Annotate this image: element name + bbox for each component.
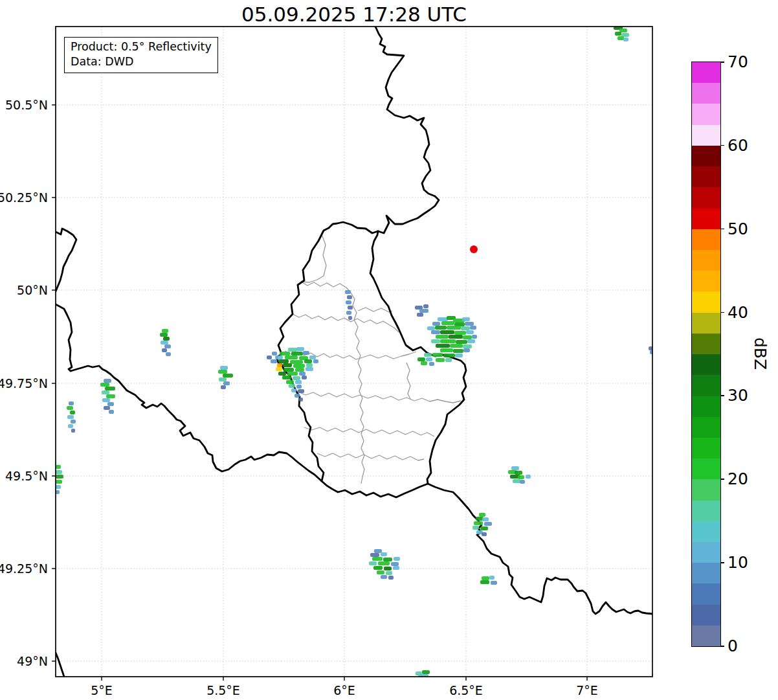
radar-echo-cell	[285, 356, 298, 359]
radar-echo-cell	[419, 309, 428, 313]
radar-echo-cell	[288, 348, 297, 352]
radar-echo-cell	[160, 333, 168, 337]
radar-echo-cell	[440, 339, 456, 343]
radar-echo-cell	[102, 398, 110, 402]
colorbar-segment	[692, 626, 720, 646]
radar-echo-cell	[421, 361, 427, 365]
colorbar-tick-mark	[720, 395, 724, 396]
radar-echo-cell	[615, 32, 621, 36]
radar-echo-cell	[71, 420, 76, 423]
colorbar-tick-mark	[720, 145, 724, 146]
radar-echo-cell	[431, 330, 440, 334]
radar-echo-cell	[56, 490, 60, 494]
radar-echo-cell	[218, 370, 227, 374]
colorbar-tick-label: 0	[728, 637, 738, 655]
data-source-line: Data: DWD	[71, 54, 212, 69]
radar-echo-cell	[441, 321, 454, 325]
radar-echo-cell	[293, 364, 305, 368]
radar-echo-cell	[296, 347, 304, 351]
radar-echo-cell	[447, 326, 461, 330]
radar-echo-cell	[438, 317, 448, 321]
admin-boundary	[298, 392, 461, 403]
radar-echo-cell	[619, 28, 627, 32]
colorbar-segment	[692, 479, 720, 500]
colorbar-segment	[692, 146, 720, 166]
radar-echo-cell	[306, 363, 313, 367]
radar-echo-cell	[56, 485, 61, 489]
radar-echo-cell	[299, 398, 303, 401]
colorbar-segment	[692, 438, 720, 458]
colorbar-segment	[692, 583, 720, 604]
radar-echo-cell	[455, 354, 463, 357]
map-layers	[56, 26, 653, 678]
radar-echo-cell	[71, 429, 75, 433]
colorbar-unit-label: dBZ	[751, 337, 770, 370]
admin-boundary	[301, 234, 326, 282]
radar-echo-cell	[283, 363, 292, 367]
radar-echo-cell	[463, 348, 470, 352]
radar-echo-cell	[381, 575, 387, 579]
radar-echo-cell	[302, 376, 307, 379]
radar-echo-cell	[276, 367, 282, 371]
radar-echo-cell	[220, 366, 228, 370]
colorbar-segment	[692, 521, 720, 542]
radar-echo-cell	[432, 322, 440, 326]
radar-echo-cell	[295, 394, 300, 398]
radar-echo-cell	[373, 566, 383, 570]
radar-echo-cell	[429, 362, 434, 366]
colorbar-segment	[692, 187, 720, 208]
radar-echo-cell	[277, 363, 282, 367]
radar-echo-cell	[480, 526, 488, 530]
radar-echo-cell	[381, 552, 387, 556]
radar-echo-cell	[163, 337, 170, 341]
radar-echo-cell	[436, 358, 445, 362]
radar-echo-cell	[166, 352, 171, 356]
colorbar-segment	[692, 62, 720, 83]
radar-echo-cell	[436, 335, 449, 339]
colorbar-segment	[692, 229, 720, 250]
radar-echo-cell	[68, 424, 73, 428]
radar-echo-cell	[348, 316, 352, 320]
radar-echo-cell	[391, 562, 399, 566]
radar-echo-cell	[278, 372, 286, 376]
colorbar-tick-label: 20	[728, 469, 748, 488]
radar-echo-cell	[56, 465, 61, 469]
radar-echo-cell	[290, 360, 303, 364]
radar-echo-cell	[347, 295, 352, 299]
radar-echo-cell	[56, 470, 62, 474]
radar-echo-cell	[436, 344, 450, 348]
radar-echo-cell	[223, 381, 230, 385]
radar-echo-cell	[289, 384, 295, 388]
radar-echo-cell	[275, 356, 283, 359]
radar-echo-cell	[291, 352, 303, 356]
radar-echo-cell	[223, 374, 233, 378]
radar-echo-cell	[70, 411, 75, 414]
radar-echo-cell	[384, 567, 392, 570]
radar-echo-cell	[491, 581, 497, 585]
radar-echo-cell	[287, 372, 298, 376]
admin-boundary	[406, 363, 410, 399]
colorbar-tick-label: 10	[728, 553, 748, 572]
country-border	[56, 229, 76, 291]
colorbar-segment	[692, 375, 720, 396]
radar-echo-cell	[107, 402, 114, 406]
radar-echo-cell	[445, 358, 452, 362]
country-border	[56, 653, 64, 677]
product-annotation-box: Product: 0.5° Reflectivity Data: DWD	[64, 37, 218, 73]
radar-echo-cell	[282, 376, 291, 379]
radar-echo-cell	[372, 557, 383, 561]
radar-echo-cell	[306, 367, 313, 371]
radar-echo-cell	[219, 378, 227, 381]
radar-echo-cell	[423, 304, 428, 308]
radar-echo-cell	[422, 670, 430, 674]
radar-echo-cell	[418, 674, 428, 678]
radar-echo-cell	[291, 389, 296, 392]
radar-echo-cell	[466, 330, 474, 334]
colorbar-segment	[692, 271, 720, 291]
radar-echo-cell	[518, 475, 524, 479]
radar-echo-cell	[623, 38, 628, 41]
radar-echo-cell	[105, 387, 115, 390]
radar-echo-cell	[296, 385, 302, 389]
colorbar-segment	[692, 501, 720, 521]
radar-echo-cell	[426, 357, 432, 361]
